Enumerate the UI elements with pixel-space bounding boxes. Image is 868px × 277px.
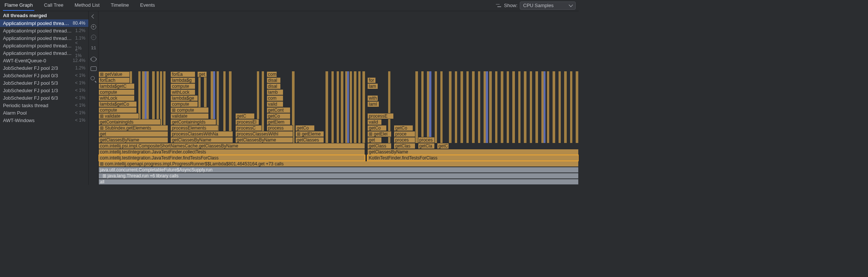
flame-frame[interactable]: com (267, 95, 283, 101)
flame-graph[interactable]: ⊞ getValueforEagetcomforEachlambda$gdisa… (98, 11, 579, 185)
flame-toolbar: 1:1 (89, 11, 98, 185)
flame-frame[interactable]: java.util.concurrent.CompletableFuture$A… (98, 167, 579, 173)
flame-frame[interactable]: ⊞ java.lang.Thread.run +6 library calls (98, 173, 579, 179)
flame-frame[interactable]: proces (394, 137, 415, 143)
flame-frame[interactable]: com (267, 71, 277, 77)
flame-frame[interactable]: getContainingIds (170, 119, 216, 125)
flame-frame[interactable]: processEl (235, 119, 259, 125)
flame-frame[interactable]: getC (437, 143, 449, 149)
flame-frame[interactable]: getCo (295, 125, 315, 131)
flame-frame[interactable]: laml (367, 101, 379, 107)
flame-frame[interactable]: proces (418, 137, 435, 143)
flame-frame[interactable]: getCo (367, 125, 387, 131)
flame-frame[interactable]: getCo (267, 113, 290, 119)
thread-row[interactable]: JobScheduler FJ pool 0/3< 1% (0, 72, 88, 79)
flame-frame[interactable]: com.intellij.testIntegration.JavaTestFin… (98, 155, 365, 161)
tab-flame-graph[interactable]: Flame Graph (3, 0, 34, 11)
flame-frame[interactable]: getClasses (295, 137, 324, 143)
thread-row[interactable]: JobScheduler FJ pool 1/3< 1% (0, 87, 88, 94)
preview-icon[interactable] (91, 55, 97, 61)
thread-row[interactable]: JobScheduler FJ pool 5/3< 1% (0, 79, 88, 87)
flame-frame[interactable]: ⊞ validate (98, 113, 139, 119)
thread-row[interactable]: Alarm Pool< 1% (0, 109, 88, 116)
thread-pct: < 1% (75, 103, 85, 108)
tab-events[interactable]: Events (139, 0, 157, 11)
zoom-out-icon[interactable] (91, 34, 97, 40)
flame-frame[interactable]: ⊞ getValue (98, 71, 130, 77)
thread-row[interactable]: ApplicationImpl pooled thread 571.2% (0, 27, 88, 34)
flame-frame[interactable]: lambda$getC (98, 83, 135, 89)
flame-frame[interactable]: processClassesWithl (235, 131, 293, 137)
flame-frame[interactable]: processC (235, 125, 262, 131)
tab-method-list[interactable]: Method List (73, 0, 101, 11)
thread-row[interactable]: Periodic tasks thread< 1% (0, 102, 88, 109)
flame-frame[interactable]: getElem (267, 119, 290, 125)
thread-row[interactable]: AWT-Windows< 1% (0, 116, 88, 124)
flame-frame[interactable]: ⊞ StubIndex.getElements (98, 125, 168, 131)
flame-frame[interactable]: lambda$ge (170, 95, 198, 101)
flame-frame[interactable]: with (367, 95, 378, 101)
flame-frame[interactable]: ⊞ com.intellij.openapi.progress.impl.Pro… (98, 161, 579, 167)
flame-frame[interactable]: getClassesByName (367, 149, 579, 155)
flame-frame[interactable]: lambda$g (170, 77, 195, 83)
flame-frame[interactable]: withLock (98, 95, 135, 101)
flame-frame[interactable]: lam (367, 83, 378, 89)
flame-frame[interactable]: getClass (367, 143, 391, 149)
flame-frame[interactable]: proce (394, 131, 415, 137)
flame-frame[interactable]: withLock (170, 89, 195, 95)
show-select[interactable]: CPU Samples (520, 1, 576, 10)
flame-frame[interactable]: get (367, 137, 382, 143)
flame-frame[interactable]: getContainingIds (98, 119, 161, 125)
flame-frame[interactable]: getC (235, 113, 255, 119)
flame-frame[interactable]: ⊞ getEleme (295, 131, 324, 137)
flame-frame[interactable]: KotlinTestFinder.findTestsForClass (367, 155, 579, 161)
flame-frame[interactable]: forEach (98, 77, 130, 83)
flame-frame[interactable]: processClassesWithNa (170, 131, 233, 137)
flame-frame[interactable]: getCont (267, 107, 290, 113)
flame-frame[interactable]: getClassesByName (170, 137, 233, 143)
flame-frame[interactable]: ⊞ compute (170, 107, 209, 113)
flame-frame[interactable]: compute (98, 107, 137, 113)
flame-frame[interactable]: com.intellij.testIntegration.JavaTestFin… (98, 149, 365, 155)
flame-frame[interactable]: valid (267, 101, 283, 107)
flame-frame[interactable]: compute (170, 101, 198, 107)
flame-frame[interactable]: get (197, 71, 207, 77)
thread-pct: < 1% (75, 110, 85, 115)
thread-row[interactable]: AWT-EventQueue-012.4% (0, 57, 88, 64)
thread-row[interactable]: JobScheduler FJ pool 2/31.2% (0, 64, 88, 72)
flame-frame[interactable]: getCla (418, 143, 435, 149)
flame-frame[interactable]: getCo (394, 125, 413, 131)
flame-frame[interactable]: getClas (394, 143, 415, 149)
flame-frame[interactable]: get (98, 131, 168, 137)
flame-frame[interactable]: processE (367, 113, 394, 119)
thread-row[interactable]: ApplicationImpl pooled thread 5180.4% (0, 19, 88, 27)
flame-frame[interactable]: processElements (170, 125, 218, 131)
flame-frame[interactable]: lamb (267, 89, 283, 95)
flame-frame[interactable]: validate (170, 113, 209, 119)
tab-call-tree[interactable]: Call Tree (43, 0, 65, 11)
flame-frame[interactable]: for (367, 77, 376, 83)
tab-timeline[interactable]: Timeline (109, 0, 130, 11)
flame-frame[interactable]: disal (267, 77, 281, 83)
zoom-in-icon[interactable] (91, 24, 97, 30)
thread-row[interactable]: JobScheduler FJ pool 6/3< 1% (0, 94, 88, 102)
search-icon[interactable] (91, 76, 97, 82)
thread-name: AWT-Windows (3, 118, 35, 123)
flame-frame[interactable]: compute (98, 89, 135, 95)
thread-row[interactable]: ApplicationImpl pooled thread 52< 1% (0, 49, 88, 57)
screenshot-icon[interactable] (91, 66, 97, 72)
collapse-icon[interactable] (91, 13, 97, 19)
flame-frame[interactable]: lambda$getCo (98, 101, 137, 107)
reset-zoom-icon[interactable]: 1:1 (91, 45, 97, 51)
thread-name: ApplicationImpl pooled thread 52 (3, 50, 73, 56)
flame-frame[interactable]: ⊞ getElei (367, 131, 391, 137)
flame-frame[interactable]: disal (267, 83, 281, 89)
flame-frame[interactable]: forEa (170, 71, 195, 77)
flame-frame[interactable]: compute (170, 83, 195, 89)
flame-frame[interactable]: valid (367, 119, 382, 125)
flame-frame[interactable]: getClassesByName (98, 137, 168, 143)
flame-frame[interactable]: all (98, 179, 579, 185)
flame-frame[interactable]: com.intellij.psi.impl.CompositeShortName… (98, 143, 365, 149)
flame-frame[interactable]: process (267, 125, 293, 131)
flame-frame[interactable]: getClassesByName (235, 137, 293, 143)
